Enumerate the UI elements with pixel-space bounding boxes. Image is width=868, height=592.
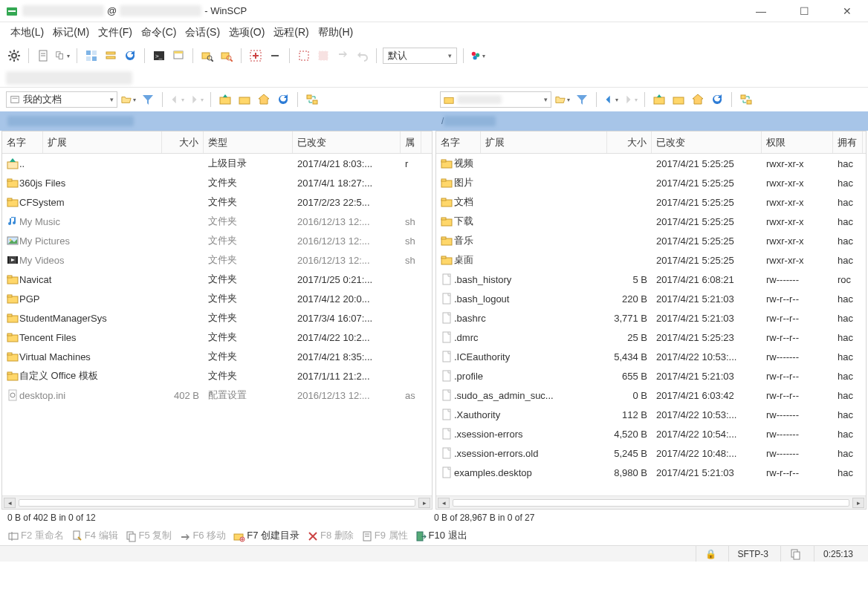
menu-item[interactable]: 标记(M) [50,24,92,42]
sel-none-icon[interactable] [296,48,312,64]
table-row[interactable]: StudentManagerSys文件夹2017/3/4 16:07:... [2,308,432,328]
table-row[interactable]: .xsession-errors.old5,245 B2017/4/22 10:… [436,443,866,463]
table-row[interactable]: .xsession-errors4,520 B2017/4/22 10:54:.… [436,424,866,443]
menu-item[interactable]: 远程(R) [271,24,311,42]
swap-icon[interactable] [334,48,351,64]
table-row[interactable]: desktop.ini402 B配置设置2016/12/13 12:...as [2,386,432,405]
table-row[interactable]: My Pictures文件夹2016/12/13 12:...sh [2,231,432,250]
undo-icon[interactable] [354,48,370,64]
refresh-icon[interactable] [275,91,291,108]
table-row[interactable]: Virtual Machines文件夹2017/4/21 8:35:... [2,347,432,366]
root-folder-icon[interactable] [670,91,687,108]
filter-icon[interactable] [574,91,590,108]
table-row[interactable]: My Videos文件夹2016/12/13 12:...sh [2,250,432,270]
col-size[interactable]: 大小 [607,131,652,153]
docsplit-icon[interactable] [54,48,71,64]
sync-browse-icon[interactable] [304,91,320,108]
local-scrollbar[interactable]: ◂▸ [2,495,432,509]
table-row[interactable]: .dmrc25 B2017/4/21 5:25:23rw-r--r--hac [436,328,866,347]
putty-icon[interactable] [170,48,187,64]
table-row[interactable]: My Music文件夹2016/12/13 12:...sh [2,212,432,231]
col-name[interactable]: 名字 [436,131,481,153]
forward-icon[interactable] [622,91,638,108]
remote-scrollbar[interactable]: ◂▸ [436,495,866,509]
table-row[interactable]: PGP文件夹2017/4/12 20:0... [2,289,432,308]
sel-all-icon[interactable] [315,48,331,64]
table-row[interactable]: 自定义 Office 模板文件夹2017/1/11 21:2... [2,366,432,386]
table-row[interactable]: .sudo_as_admin_suc...0 B2017/4/21 6:03:4… [436,386,866,405]
refresh-icon[interactable] [122,48,138,64]
local-drive-combo[interactable]: 我的文档 ▾ [6,91,117,108]
table-row[interactable]: .Xauthority112 B2017/4/22 10:53:...rw---… [436,405,866,424]
find-remote-icon[interactable] [218,48,235,64]
menu-item[interactable]: 帮助(H) [315,24,356,42]
table-row[interactable]: 音乐2017/4/21 5:25:25rwxr-xr-xhac [436,231,866,250]
back-icon[interactable] [603,91,619,108]
home-icon[interactable] [256,91,272,108]
col-type[interactable]: 类型 [204,131,293,153]
table-row[interactable]: .ICEauthority5,434 B2017/4/22 10:53:...r… [436,347,866,366]
session-color-icon[interactable] [470,48,486,64]
status-pages-icon[interactable] [780,546,811,562]
col-ext[interactable]: 扩展 [481,131,607,153]
col-ext[interactable]: 扩展 [43,131,162,153]
up-folder-icon[interactable] [651,91,667,108]
sync-browse-icon[interactable] [738,91,754,108]
col-changed[interactable]: 已改变 [652,131,762,153]
col-attr[interactable]: 属 [401,131,421,153]
close-button[interactable]: ✕ [832,5,862,17]
open-folder-icon[interactable] [120,91,137,108]
col-owner[interactable]: 拥有 [833,131,863,153]
remote-drive-combo[interactable]: x ▾ [440,91,551,108]
table-row[interactable]: .profile655 B2017/4/21 5:21:03rw-r--r--h… [436,366,866,386]
remote-path[interactable]: /x [434,111,868,131]
gear-icon[interactable] [6,48,22,64]
col-size[interactable]: 大小 [162,131,204,153]
table-row[interactable]: 桌面2017/4/21 5:25:25rwxr-xr-xhac [436,250,866,270]
table-row[interactable]: Tencent Files文件夹2017/4/22 10:2... [2,328,432,347]
terminal-icon[interactable]: >_ [151,48,167,64]
table-row[interactable]: Navicat文件夹2017/1/25 0:21:... [2,270,432,289]
session-tab-obscured[interactable]: x [6,71,132,85]
refresh-icon[interactable] [709,91,725,108]
up-folder-icon[interactable] [217,91,233,108]
table-row[interactable]: 视频2017/4/21 5:25:25rwxr-xr-xhac [436,154,866,173]
col-changed[interactable]: 已改变 [293,131,401,153]
home-icon[interactable] [690,91,706,108]
fn-f7[interactable]: F7 创建目录 [233,529,299,542]
table-row[interactable]: 图片2017/4/21 5:25:25rwxr-xr-xhac [436,173,866,192]
table-row[interactable]: .bash_history5 B2017/4/21 6:08:21rw-----… [436,270,866,289]
table-row[interactable]: .bashrc3,771 B2017/4/21 5:21:03rw-r--r--… [436,308,866,328]
table-row[interactable]: 360js Files文件夹2017/4/1 18:27:... [2,173,432,192]
menu-item[interactable]: 会话(S) [182,24,223,42]
menu-item[interactable]: 选项(O) [226,24,268,42]
table-row[interactable]: CFSystem文件夹2017/2/23 22:5... [2,192,432,212]
forward-icon[interactable] [188,91,204,108]
tile-icon[interactable] [83,48,100,64]
table-row[interactable]: 文档2017/4/21 5:25:25rwxr-xr-xhac [436,192,866,212]
svg-line-28 [211,59,213,62]
minimize-button[interactable]: — [746,5,776,17]
back-icon[interactable] [169,91,185,108]
find-local-icon[interactable] [199,48,216,64]
table-row[interactable]: 下载2017/4/21 5:25:25rwxr-xr-xhac [436,212,866,231]
menu-item[interactable]: 本地(L) [7,24,47,42]
col-name[interactable]: 名字 [2,131,43,153]
minus-icon[interactable] [267,48,283,64]
filter-icon[interactable] [140,91,156,108]
transfer-preset-dropdown[interactable]: 默认 ▾ [383,48,457,64]
fn-f10[interactable]: F10 退出 [415,529,467,542]
open-folder-icon[interactable] [554,91,571,108]
maximize-button[interactable]: ☐ [789,5,819,17]
table-row[interactable]: examples.desktop8,980 B2017/4/21 5:21:03… [436,463,866,482]
col-perm[interactable]: 权限 [762,131,833,153]
doc-icon[interactable] [35,48,51,64]
table-row[interactable]: ..上级目录2017/4/21 8:03:...r [2,154,432,173]
plus-grid-icon[interactable] [247,48,264,64]
local-path[interactable]: x [0,111,434,131]
menu-item[interactable]: 命令(C) [138,24,179,42]
queue-icon[interactable] [103,48,119,64]
menu-item[interactable]: 文件(F) [95,24,135,42]
root-folder-icon[interactable] [236,91,253,108]
table-row[interactable]: .bash_logout220 B2017/4/21 5:21:03rw-r--… [436,289,866,308]
